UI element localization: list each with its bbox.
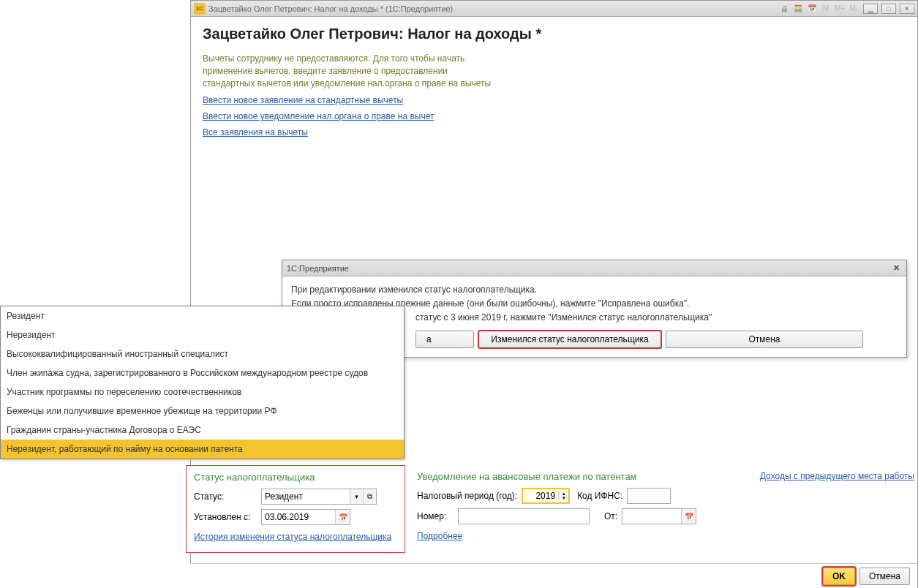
date-input-wrap[interactable]: 📅 bbox=[261, 509, 350, 525]
page-title: Зацветайко Олег Петрович: Налог на доход… bbox=[203, 26, 906, 42]
calc-icon[interactable]: 🧮 bbox=[792, 3, 804, 15]
window-title: Зацветайко Олег Петрович: Налог на доход… bbox=[208, 4, 778, 13]
link-all-statements[interactable]: Все заявления на вычеты bbox=[203, 127, 906, 137]
dd-item-4[interactable]: Участник программы по переселению соотеч… bbox=[1, 382, 404, 402]
period-label: Налоговый период (год): bbox=[417, 491, 517, 501]
print-icon[interactable]: 🖨 bbox=[778, 3, 790, 15]
footer: OK Отмена bbox=[190, 563, 917, 588]
dialog-close-icon[interactable]: ✕ bbox=[890, 263, 902, 274]
status-select[interactable]: ▼ ⧉ bbox=[261, 489, 377, 505]
more-link[interactable]: Подробнее bbox=[417, 531, 462, 541]
dd-item-2[interactable]: Высококвалифицированный иностранный спец… bbox=[1, 344, 404, 363]
cancel-button[interactable]: Отмена bbox=[859, 568, 910, 585]
dialog-line1: При редактировании изменился статус нало… bbox=[291, 284, 898, 296]
dd-item-1[interactable]: Нерезидент bbox=[1, 325, 404, 344]
status-dropdown-list[interactable]: Резидент Нерезидент Высококвалифицирован… bbox=[0, 306, 405, 459]
dialog-btn-status-changed[interactable]: Изменился статус налогоплательщика bbox=[478, 331, 661, 348]
app-icon: 1C bbox=[194, 3, 206, 15]
number-input[interactable] bbox=[458, 508, 590, 524]
year-down-icon[interactable]: ▼ bbox=[559, 496, 568, 500]
dd-item-7[interactable]: Нерезидент, работающий по найму на основ… bbox=[1, 440, 404, 459]
status-heading: Статус налогоплательщика bbox=[194, 472, 397, 483]
date-label: Установлен с: bbox=[194, 512, 261, 522]
mminus-icon: M- bbox=[848, 3, 859, 15]
number-label: Номер: bbox=[417, 511, 454, 521]
dialog-title-text: 1С:Предприятие bbox=[287, 264, 349, 273]
calendar-icon[interactable]: 📅 bbox=[681, 509, 696, 524]
status-label: Статус: bbox=[194, 491, 261, 502]
from-date-input[interactable] bbox=[622, 509, 681, 524]
year-field[interactable] bbox=[523, 491, 558, 501]
maximize-button[interactable]: □ bbox=[881, 4, 896, 14]
mplus-icon: M+ bbox=[834, 3, 846, 15]
dialog-titlebar: 1С:Предприятие ✕ bbox=[282, 260, 906, 276]
close-button[interactable]: ✕ bbox=[900, 4, 914, 14]
ifns-label: Код ИФНС: bbox=[577, 491, 622, 501]
status-panel: Статус налогоплательщика Статус: ▼ ⧉ Уст… bbox=[186, 465, 405, 553]
from-label: От: bbox=[604, 511, 617, 521]
income-link[interactable]: Доходы с предыдущего места работы bbox=[760, 471, 914, 481]
status-input[interactable] bbox=[262, 489, 350, 504]
chevron-down-icon[interactable]: ▼ bbox=[350, 489, 363, 504]
info-text: Вычеты сотруднику не предоставляются. Дл… bbox=[203, 53, 495, 89]
dd-item-5[interactable]: Беженцы или получившие временное убежище… bbox=[1, 402, 404, 421]
link-new-statement[interactable]: Ввести новое заявление на стандартные вы… bbox=[203, 95, 906, 105]
calendar-icon[interactable]: 📅 bbox=[335, 510, 350, 524]
date-input[interactable] bbox=[262, 510, 335, 524]
dd-item-6[interactable]: Гражданин страны-участника Договора о ЕА… bbox=[1, 421, 404, 440]
notice-panel: Доходы с предыдущего места работы Уведом… bbox=[410, 465, 914, 553]
minimize-button[interactable]: ▁ bbox=[863, 4, 878, 14]
ifns-input[interactable] bbox=[627, 488, 671, 504]
m-icon: M bbox=[820, 3, 832, 15]
open-icon[interactable]: ⧉ bbox=[363, 489, 376, 504]
dd-item-0[interactable]: Резидент bbox=[1, 306, 404, 325]
year-input[interactable]: ▲ ▼ bbox=[522, 488, 570, 504]
calendar-icon[interactable]: 📅 bbox=[806, 3, 818, 15]
titlebar: 1C Зацветайко Олег Петрович: Налог на до… bbox=[191, 1, 917, 17]
ok-button[interactable]: OK bbox=[823, 568, 855, 585]
from-date-wrap[interactable]: 📅 bbox=[622, 508, 696, 524]
link-new-notice[interactable]: Ввести новое уведомление нал.органа о пр… bbox=[203, 111, 906, 121]
dialog-btn-cancel[interactable]: Отмена bbox=[666, 331, 863, 348]
dd-item-3[interactable]: Член экипажа судна, зарегистрированного … bbox=[1, 363, 404, 382]
dialog-btn-fixed[interactable]: а bbox=[415, 331, 474, 348]
history-link[interactable]: История изменения статуса налогоплательщ… bbox=[194, 532, 391, 542]
